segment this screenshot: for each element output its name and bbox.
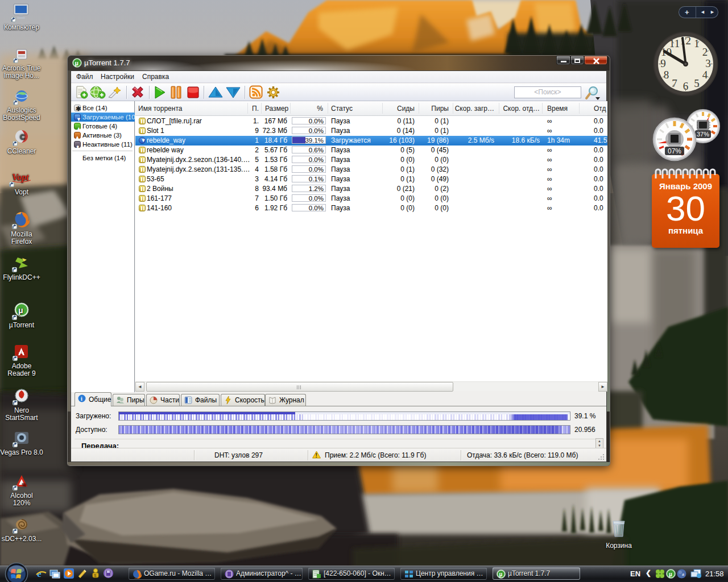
svg-text:3: 3	[705, 57, 711, 69]
svg-text:!: !	[316, 452, 317, 459]
svg-text:µ: µ	[18, 305, 23, 315]
svg-text:7: 7	[672, 77, 677, 89]
svg-text:i: i	[81, 396, 82, 402]
svg-text:5: 5	[694, 77, 700, 89]
svg-text:8: 8	[664, 69, 669, 81]
svg-text:Vopt: Vopt	[12, 172, 29, 182]
svg-text:9: 9	[660, 57, 666, 69]
svg-text:4: 4	[702, 69, 708, 81]
svg-text:µ: µ	[75, 60, 78, 66]
svg-text:1: 1	[694, 38, 700, 49]
svg-text:%: %	[22, 482, 26, 487]
svg-text:11: 11	[669, 38, 680, 49]
svg-text:a: a	[682, 571, 684, 577]
svg-text:µ: µ	[669, 571, 672, 577]
svg-text:µ: µ	[499, 571, 503, 577]
svg-text:$: $	[94, 573, 97, 578]
svg-text:07%: 07%	[668, 147, 681, 155]
svg-text:37%: 37%	[697, 131, 709, 138]
svg-text:C: C	[20, 132, 26, 141]
